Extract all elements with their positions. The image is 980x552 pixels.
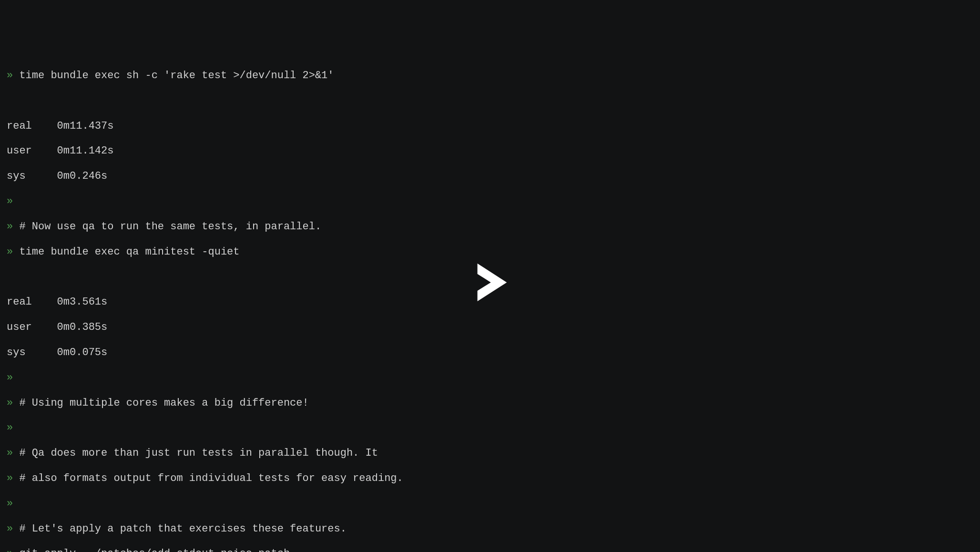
comment-text: # also formats output from individual te…: [19, 472, 403, 484]
comment-text: # Now use qa to run the same tests, in p…: [19, 221, 321, 233]
timing-user: user 0m0.385s: [7, 321, 973, 334]
comment-text: # Using multiple cores makes a big diffe…: [19, 397, 308, 409]
play-icon: [469, 261, 511, 303]
comment-text: # Let's apply a patch that exercises the…: [19, 523, 347, 535]
timing-sys: sys 0m0.246s: [7, 170, 973, 183]
command-text: git apply ../patches/add-stdout-noise.pa…: [19, 548, 290, 552]
timing-sys: sys 0m0.075s: [7, 347, 973, 359]
prompt-icon: »: [7, 447, 13, 459]
prompt-icon: »: [7, 422, 13, 434]
prompt-icon: »: [7, 523, 13, 535]
timing-user: user 0m11.142s: [7, 145, 973, 157]
prompt-icon: »: [7, 70, 13, 82]
prompt-icon: »: [7, 397, 13, 409]
prompt-icon: »: [7, 246, 13, 258]
timing-real: real 0m11.437s: [7, 120, 973, 133]
prompt-icon: »: [7, 498, 13, 510]
prompt-icon: »: [7, 548, 13, 552]
command-text: time bundle exec qa minitest -quiet: [19, 246, 239, 258]
prompt-icon: »: [7, 472, 13, 484]
comment-text: # Qa does more than just run tests in pa…: [19, 447, 378, 459]
prompt-icon: »: [7, 221, 13, 233]
command-text: time bundle exec sh -c 'rake test >/dev/…: [19, 70, 334, 82]
prompt-icon: »: [7, 195, 13, 207]
play-button[interactable]: [469, 236, 511, 316]
prompt-icon: »: [7, 372, 13, 384]
